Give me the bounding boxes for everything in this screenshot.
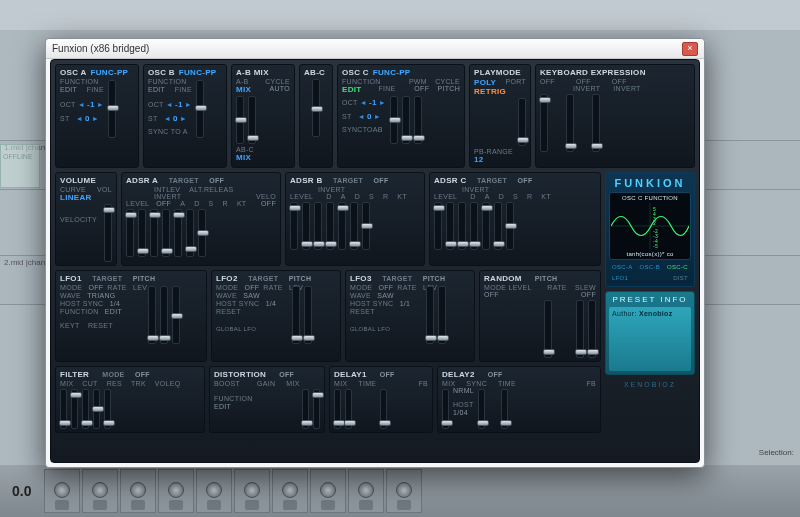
osc-c-function[interactable]: EDIT (342, 85, 361, 94)
adsr-a-level[interactable] (126, 209, 134, 257)
mixer-channel[interactable] (196, 469, 232, 513)
osc-a-mode[interactable]: FUNC-PP (91, 68, 129, 77)
delay1-mode[interactable]: OFF (380, 371, 395, 378)
adsr-b-d1[interactable] (302, 202, 310, 250)
lfo1-wave[interactable]: TRIANG (87, 292, 115, 299)
adsr-b-kt[interactable] (362, 202, 370, 250)
lfo1-mode[interactable]: OFF (88, 284, 103, 291)
oct-up-icon[interactable]: ► (185, 101, 192, 108)
close-icon[interactable]: × (682, 42, 698, 56)
osc-a-function[interactable]: EDIT (60, 86, 77, 93)
filter-trk-slider[interactable] (93, 389, 100, 429)
filter-mix-slider[interactable] (60, 389, 67, 429)
lfo1-rate-slider[interactable] (148, 286, 156, 344)
lfo2-sync[interactable]: 1/4 (266, 300, 277, 307)
osc-b-st[interactable]: 0 (173, 114, 178, 123)
mixer-channel[interactable] (120, 469, 156, 513)
lfo2-reset[interactable]: RESET (216, 308, 241, 315)
playmode-port-slider[interactable] (518, 98, 526, 146)
random-slew-slider[interactable] (588, 300, 596, 358)
kexp-slider-2[interactable] (566, 94, 574, 152)
osc-a-st[interactable]: 0 (85, 114, 90, 123)
osc-c-mode[interactable]: FUNC-PP (373, 68, 411, 77)
adsr-c-d2[interactable] (470, 202, 478, 250)
lfo3-sync[interactable]: 1/1 (400, 300, 411, 307)
lfo3-mode[interactable]: OFF (378, 284, 393, 291)
adsr-a-a[interactable] (138, 209, 146, 257)
st-down-icon[interactable]: ◄ (76, 115, 83, 122)
adsr-b-r[interactable] (350, 202, 358, 250)
adsr-c-level[interactable] (434, 202, 442, 250)
adsr-c-kt[interactable] (506, 202, 514, 250)
osc-a-fine-slider[interactable] (108, 80, 116, 138)
filter-mode[interactable]: OFF (135, 371, 150, 378)
lfo3-wave[interactable]: SAW (377, 292, 394, 299)
lfo3-rate-slider[interactable] (426, 286, 434, 344)
oct-down-icon[interactable]: ◄ (78, 101, 85, 108)
lfo1-lev-slider[interactable] (160, 286, 168, 344)
preset-body[interactable]: Author: Xenobioz (609, 307, 691, 371)
oscilloscope[interactable]: OSC C FUNCTION 5 4 3 2 -2 -3 -4 (609, 192, 691, 260)
adsr-a-r[interactable] (174, 209, 182, 257)
filter-voleq-slider[interactable] (104, 389, 111, 429)
osc-c-fine-slider[interactable] (390, 96, 398, 144)
random-rate-slider[interactable] (576, 300, 584, 358)
tab-osc-c[interactable]: OSC-C (665, 263, 690, 271)
ab-mix-mode[interactable]: MIX (236, 85, 251, 94)
mixer-channel[interactable] (44, 469, 80, 513)
lfo1-reset[interactable]: RESET (88, 322, 113, 329)
osc-a-oct[interactable]: -1 (87, 100, 95, 109)
ab-cycle-slider[interactable] (248, 96, 256, 144)
lfo3-reset[interactable]: RESET (350, 308, 375, 315)
delay2-host[interactable]: 1/04 (453, 409, 468, 416)
adsr-b-d2[interactable] (326, 202, 334, 250)
tab-dist[interactable]: DIST (671, 274, 690, 282)
lfo2-rate-slider[interactable] (292, 286, 300, 344)
lfo2-target[interactable]: PITCH (289, 275, 312, 282)
st-down-icon[interactable]: ◄ (358, 113, 365, 120)
delay1-fb-slider[interactable] (380, 389, 387, 429)
adsr-c-target[interactable]: OFF (518, 177, 533, 184)
dist-gain-slider[interactable] (302, 389, 309, 429)
random-target[interactable]: PITCH (535, 275, 558, 282)
titlebar[interactable]: Funxion (x86 bridged) × (46, 39, 704, 59)
lfo2-lev-slider[interactable] (304, 286, 312, 344)
st-up-icon[interactable]: ► (374, 113, 381, 120)
osc-c-oct[interactable]: -1 (369, 98, 377, 107)
ab-mix-slider[interactable] (236, 96, 244, 144)
adsr-c-s[interactable] (482, 202, 490, 250)
filter-res-slider[interactable] (82, 389, 89, 429)
volume-curve[interactable]: LINEAR (60, 193, 92, 202)
adsr-b-a[interactable] (314, 202, 322, 250)
st-up-icon[interactable]: ► (92, 115, 99, 122)
tab-lfo1[interactable]: LFO1 (610, 274, 630, 282)
adsr-c-a[interactable] (458, 202, 466, 250)
volume-slider[interactable] (104, 204, 112, 262)
mixer-channel[interactable] (234, 469, 270, 513)
abc-slider[interactable] (312, 79, 320, 137)
tab-osc-b[interactable]: OSC-B (638, 263, 663, 271)
osc-b-sync[interactable]: SYNC TO A (148, 128, 188, 135)
osc-b-fine-slider[interactable] (196, 80, 204, 138)
adsr-b-level[interactable] (290, 202, 298, 250)
adsr-a-target[interactable]: OFF (209, 177, 224, 184)
adsr-a-kt[interactable] (186, 209, 194, 257)
mixer-channel[interactable] (386, 469, 422, 513)
osc-c-pwm-slider[interactable] (402, 96, 410, 144)
kexp-slider-1[interactable] (540, 94, 548, 152)
mixer-channel[interactable] (272, 469, 308, 513)
delay1-time-slider[interactable] (345, 389, 352, 429)
mixer-channel[interactable] (82, 469, 118, 513)
adsr-c-d1[interactable] (446, 202, 454, 250)
adsr-b-s[interactable] (338, 202, 346, 250)
adsr-a-d[interactable] (150, 209, 158, 257)
clip-offline[interactable]: OFFLINE (0, 144, 40, 188)
oct-up-icon[interactable]: ► (97, 101, 104, 108)
lfo1-sync[interactable]: 1/4 (110, 300, 121, 307)
osc-c-st[interactable]: 0 (367, 112, 372, 121)
adsr-a-s[interactable] (162, 209, 170, 257)
delay2-mode[interactable]: OFF (488, 371, 503, 378)
delay2-mix-slider[interactable] (442, 389, 449, 429)
osc-c-sync[interactable]: SYNCTOAB (342, 126, 383, 133)
oct-up-icon[interactable]: ► (379, 99, 386, 106)
